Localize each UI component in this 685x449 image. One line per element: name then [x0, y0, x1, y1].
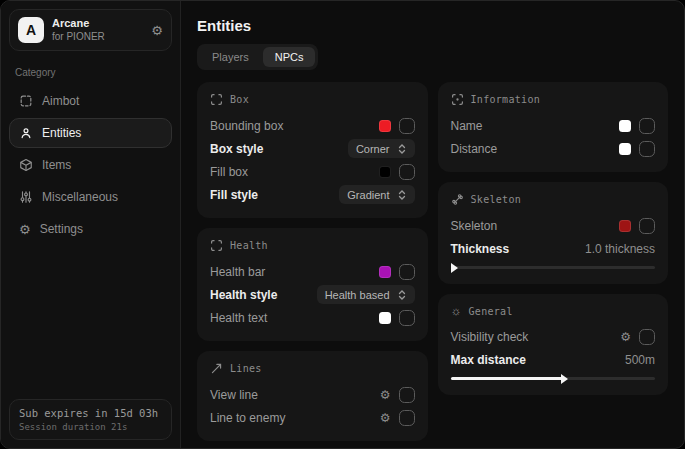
slider-handle[interactable] — [451, 263, 458, 273]
setting-label: Line to enemy — [210, 411, 285, 425]
max-distance-slider[interactable] — [451, 377, 656, 380]
setting-row-bounding-box: Bounding box — [210, 114, 415, 137]
color-swatch[interactable] — [619, 220, 631, 232]
general-section: ☼ General Visibility check ⚙ Max distanc… — [438, 294, 669, 395]
lines-section: Lines View line ⚙ Line to enemy ⚙ — [197, 351, 428, 441]
left-column: Box Bounding box Box style Corner — [197, 82, 428, 441]
sliders-icon — [19, 190, 33, 204]
setting-row-distance: Distance — [451, 137, 656, 160]
brand-text: Arcane for PIONER — [52, 17, 143, 43]
slider-handle[interactable] — [561, 374, 568, 384]
sidebar-item-items[interactable]: Items — [9, 150, 172, 180]
app-window: A Arcane for PIONER ⚙ Category Aimbot — [0, 0, 685, 449]
sidebar-item-label: Settings — [40, 222, 83, 236]
diagonal-line-icon — [210, 362, 223, 375]
sidebar-item-label: Items — [42, 158, 71, 172]
page-title: Entities — [197, 17, 668, 34]
section-title: Lines — [230, 363, 262, 374]
setting-label: Max distance — [451, 353, 526, 367]
cube-icon — [19, 158, 33, 172]
brand-card: A Arcane for PIONER ⚙ — [9, 9, 172, 51]
slider-value: 1.0 thickness — [585, 242, 655, 256]
section-title: General — [469, 306, 513, 317]
checkbox[interactable] — [399, 310, 415, 326]
gear-icon[interactable]: ⚙ — [620, 331, 631, 343]
setting-row-health-style: Health style Health based — [210, 283, 415, 306]
color-swatch[interactable] — [379, 166, 391, 178]
sidebar-item-entities[interactable]: Entities — [9, 118, 172, 148]
sub-expiry-text: Sub expires in 15d 03h — [19, 407, 162, 419]
setting-label: Thickness — [451, 242, 510, 256]
sidebar-item-label: Miscellaneous — [42, 190, 118, 204]
setting-row-name: Name — [451, 114, 656, 137]
checkbox[interactable] — [399, 118, 415, 134]
app-subtitle: for PIONER — [52, 31, 143, 44]
tab-players[interactable]: Players — [200, 47, 261, 67]
subscription-card: Sub expires in 15d 03h Session duration … — [9, 399, 172, 440]
checkbox[interactable] — [399, 264, 415, 280]
setting-label: Name — [451, 119, 483, 133]
gear-icon: ⚙ — [19, 223, 31, 236]
slider-value: 500m — [625, 353, 655, 367]
box-style-dropdown[interactable]: Corner — [348, 139, 415, 158]
fill-style-dropdown[interactable]: Gradient — [339, 185, 414, 204]
setting-row-view-line: View line ⚙ — [210, 383, 415, 406]
setting-label: Fill style — [210, 188, 258, 202]
person-scan-icon — [19, 126, 33, 140]
bone-icon — [451, 193, 464, 206]
sidebar-item-miscellaneous[interactable]: Miscellaneous — [9, 182, 172, 212]
scan-brackets-icon — [210, 239, 223, 252]
box-section: Box Bounding box Box style Corner — [197, 82, 428, 218]
setting-label: Distance — [451, 142, 498, 156]
setting-row-fill-box: Fill box — [210, 160, 415, 183]
sidebar-item-aimbot[interactable]: Aimbot — [9, 86, 172, 116]
gear-icon[interactable]: ⚙ — [380, 389, 391, 401]
skeleton-section: Skeleton Skeleton Thickness 1.0 thicknes… — [438, 182, 669, 284]
gear-icon[interactable]: ⚙ — [380, 412, 391, 424]
setting-label: View line — [210, 388, 258, 402]
checkbox[interactable] — [639, 141, 655, 157]
checkbox[interactable] — [639, 329, 655, 345]
color-swatch[interactable] — [379, 120, 391, 132]
color-swatch[interactable] — [619, 120, 631, 132]
checkbox[interactable] — [639, 218, 655, 234]
setting-row-box-style: Box style Corner — [210, 137, 415, 160]
app-name: Arcane — [52, 17, 143, 31]
checkbox[interactable] — [639, 118, 655, 134]
setting-label: Box style — [210, 142, 263, 156]
section-title: Box — [230, 94, 249, 105]
main-content: Entities Players NPCs Box — [181, 1, 684, 448]
setting-label: Health text — [210, 311, 267, 325]
scan-brackets-icon — [210, 93, 223, 106]
health-style-dropdown[interactable]: Health based — [317, 285, 415, 304]
tab-group: Players NPCs — [197, 44, 318, 70]
general-icon: ☼ — [451, 305, 462, 317]
dropdown-value: Corner — [356, 143, 390, 155]
setting-label: Visibility check — [451, 330, 529, 344]
setting-label: Health style — [210, 288, 277, 302]
color-swatch[interactable] — [619, 143, 631, 155]
checkbox[interactable] — [399, 410, 415, 426]
tab-npcs[interactable]: NPCs — [263, 47, 316, 67]
checkbox[interactable] — [399, 387, 415, 403]
chevrons-up-down-icon — [397, 190, 407, 200]
setting-row-max-distance: Max distance 500m — [451, 348, 656, 371]
checkbox[interactable] — [399, 164, 415, 180]
crosshair-icon — [19, 94, 33, 108]
sidebar-item-label: Entities — [42, 126, 81, 140]
section-title: Information — [471, 94, 541, 105]
information-section: Information Name Distance — [438, 82, 669, 172]
setting-row-line-to-enemy: Line to enemy ⚙ — [210, 406, 415, 429]
color-swatch[interactable] — [379, 312, 391, 324]
sidebar-item-label: Aimbot — [42, 94, 79, 108]
setting-label: Bounding box — [210, 119, 283, 133]
gear-icon[interactable]: ⚙ — [151, 24, 163, 37]
setting-row-health-bar: Health bar — [210, 260, 415, 283]
sidebar-nav: Aimbot Entities Items — [9, 86, 172, 244]
color-swatch[interactable] — [379, 266, 391, 278]
section-title: Health — [230, 240, 268, 251]
thickness-slider[interactable] — [451, 266, 656, 269]
sidebar-item-settings[interactable]: ⚙ Settings — [9, 214, 172, 244]
chevrons-up-down-icon — [397, 290, 407, 300]
info-scan-icon — [451, 93, 464, 106]
